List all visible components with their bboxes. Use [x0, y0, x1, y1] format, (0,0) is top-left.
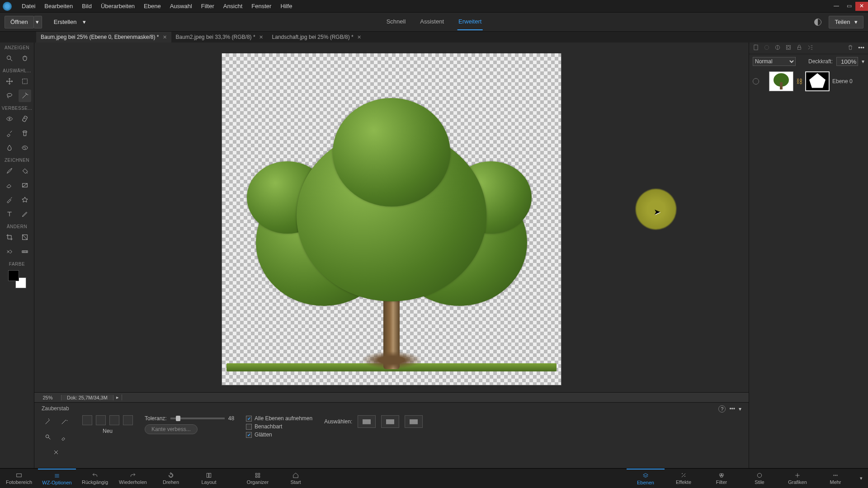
close-icon[interactable]: ✕ [259, 34, 263, 40]
taskbar-photobin[interactable]: Fotobereich [0, 469, 38, 488]
refine-edge-button[interactable]: Kante verbess... [145, 424, 198, 434]
content-move-tool-icon[interactable] [3, 245, 16, 258]
wand-variant-5-icon[interactable] [50, 446, 62, 459]
menu-bild[interactable]: Bild [77, 3, 96, 9]
check-all-layers[interactable]: ✔Alle Ebenen aufnehmen [246, 415, 312, 422]
menu-filter[interactable]: Filter [197, 3, 219, 9]
visibility-icon[interactable] [753, 78, 759, 84]
wand-variant-3-icon[interactable] [42, 431, 54, 443]
mode-new-icon[interactable] [82, 415, 92, 425]
create-button[interactable]: Erstellen ▾ [48, 16, 91, 28]
mode-intersect-icon[interactable] [123, 415, 133, 425]
taskbar-organizer[interactable]: Organizer [239, 469, 277, 488]
mode-subtract-icon[interactable] [109, 415, 119, 425]
window-close-icon[interactable]: ✕ [855, 2, 868, 11]
delete-icon[interactable] [847, 44, 854, 52]
redeye-tool-icon[interactable] [3, 113, 16, 125]
layer-row[interactable]: ⛓ Ebene 0 [749, 69, 868, 94]
window-maximize-icon[interactable]: ▭ [843, 2, 855, 11]
taskbar-more[interactable]: Mehr [816, 469, 854, 488]
taskbar-redo[interactable]: Wiederholen [114, 469, 152, 488]
check-antialias[interactable]: ✔Glätten [246, 432, 272, 438]
tolerance-slider[interactable]: Toleranz: 48 [145, 415, 234, 422]
tab-expert[interactable]: Erweitert [458, 14, 482, 30]
select-background-icon[interactable] [381, 415, 399, 428]
select-subject-icon[interactable] [358, 415, 376, 428]
taskbar-expand-icon[interactable]: ▾ [854, 469, 868, 488]
eraser-tool-icon[interactable] [3, 179, 16, 192]
menu-ueberarbeiten[interactable]: Überarbeiten [96, 3, 139, 9]
more-options-icon[interactable]: ••• [729, 406, 735, 412]
opacity-chevron-icon[interactable]: ▾ [862, 58, 864, 65]
paint-bucket-tool-icon[interactable] [19, 164, 31, 177]
wand-variant-1-icon[interactable] [42, 415, 54, 428]
taskbar-undo[interactable]: Rückgängig [76, 469, 114, 488]
gradient-tool-icon[interactable] [19, 179, 31, 192]
link-icon[interactable]: ⛓ [796, 78, 802, 85]
taskbar-filters[interactable]: Filter [703, 469, 741, 488]
help-icon[interactable]: ? [718, 405, 726, 413]
menu-fenster[interactable]: Fenster [247, 3, 276, 9]
adjustment-icon[interactable] [774, 44, 781, 52]
spot-heal-tool-icon[interactable] [19, 113, 31, 125]
status-arrow-icon[interactable]: ▸ [113, 394, 122, 400]
doc-tab-baum[interactable]: Baum.jpeg bei 25% (Ebene 0, Ebenenmaske/… [36, 32, 171, 42]
blur-tool-icon[interactable] [3, 141, 16, 154]
opacity-field[interactable] [836, 57, 858, 66]
straighten-tool-icon[interactable] [19, 245, 31, 258]
brush-tool-icon[interactable] [3, 164, 16, 177]
eyedropper-tool-icon[interactable] [3, 193, 16, 206]
panel-menu-icon[interactable]: ••• [858, 44, 864, 52]
taskbar-graphics[interactable]: Grafiken [778, 469, 816, 488]
clone-tool-icon[interactable] [19, 127, 31, 140]
share-button[interactable]: Teilen ▾ [829, 16, 863, 28]
layer-name[interactable]: Ebene 0 [832, 78, 853, 84]
mask-thumbnail[interactable] [805, 71, 830, 91]
taskbar-rotate[interactable]: Drehen [152, 469, 190, 488]
taskbar-layout[interactable]: Layout [190, 469, 228, 488]
fx-icon[interactable] [807, 44, 813, 52]
mode-add-icon[interactable] [96, 415, 106, 425]
foreground-color-swatch[interactable] [8, 270, 19, 281]
recompose-tool-icon[interactable] [19, 231, 31, 244]
text-tool-icon[interactable] [3, 208, 16, 221]
lock-icon[interactable] [796, 44, 802, 52]
new-group-icon[interactable] [764, 44, 770, 52]
doc-tab-baum2[interactable]: Baum2.jpeg bei 33,3% (RGB/8) * ✕ [171, 32, 268, 42]
move-tool-icon[interactable] [3, 75, 16, 88]
shape-tool-icon[interactable] [19, 193, 31, 206]
hand-tool-icon[interactable] [19, 52, 31, 65]
pencil-tool-icon[interactable] [19, 208, 31, 221]
taskbar-tooloptions[interactable]: WZ-Optionen [38, 469, 76, 488]
doc-tab-landschaft[interactable]: Landschaft.jpg bei 25% (RGB/8) * ✕ [268, 32, 366, 42]
layer-thumbnail[interactable] [769, 71, 793, 91]
crop-tool-icon[interactable] [3, 231, 16, 244]
tab-quick[interactable]: Schnell [386, 14, 407, 30]
wand-variant-2-icon[interactable] [58, 415, 71, 428]
open-dropdown-icon[interactable]: ▾ [34, 16, 42, 28]
menu-auswahl[interactable]: Auswahl [165, 3, 197, 9]
select-sky-icon[interactable] [405, 415, 423, 428]
display-mode-icon[interactable] [814, 19, 821, 26]
magic-wand-tool-icon[interactable] [19, 89, 31, 102]
menu-bearbeiten[interactable]: Bearbeiten [40, 3, 77, 9]
smart-brush-tool-icon[interactable] [3, 127, 16, 140]
mask-icon[interactable] [785, 44, 792, 52]
blend-mode-select[interactable]: Normal [753, 57, 796, 66]
close-icon[interactable]: ✕ [357, 34, 361, 40]
collapse-icon[interactable]: ▾ [739, 406, 741, 412]
doc-size[interactable]: Dok: 25,7M/34,3M [61, 395, 113, 400]
menu-datei[interactable]: Datei [17, 3, 40, 9]
color-swatches[interactable] [8, 270, 26, 288]
document-canvas[interactable] [222, 53, 561, 385]
menu-hilfe[interactable]: Hilfe [276, 3, 297, 9]
taskbar-effects[interactable]: Effekte [665, 469, 703, 488]
taskbar-layers[interactable]: Ebenen [627, 469, 665, 488]
close-icon[interactable]: ✕ [163, 34, 167, 40]
menu-ansicht[interactable]: Ansicht [219, 3, 247, 9]
marquee-tool-icon[interactable] [19, 75, 31, 88]
open-button[interactable]: Öffnen [5, 16, 34, 28]
sponge-tool-icon[interactable] [19, 141, 31, 154]
taskbar-styles[interactable]: Stile [741, 469, 778, 488]
tab-assistant[interactable]: Assistent [419, 14, 445, 30]
